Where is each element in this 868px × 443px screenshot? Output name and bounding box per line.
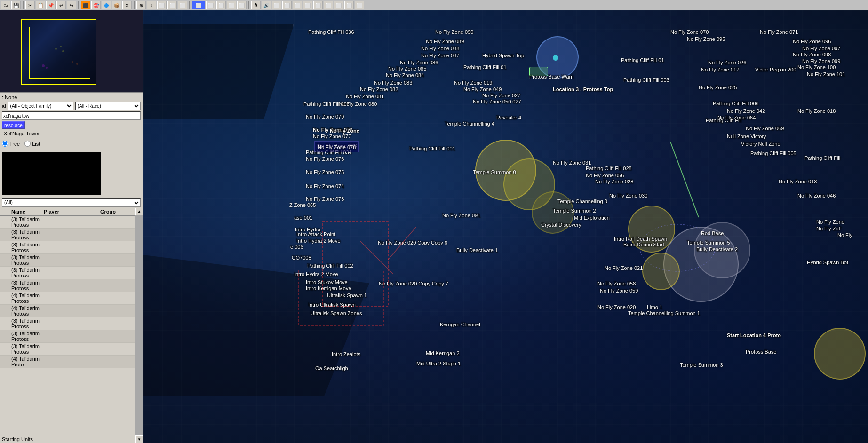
- cell-player: [44, 280, 100, 291]
- left-panel: : None id (All - Object Family) (All - R…: [0, 10, 143, 443]
- toolbar-sep-4: [189, 1, 190, 9]
- toolbar-btn-undo[interactable]: ↩: [56, 1, 66, 9]
- cell-player: [44, 343, 100, 355]
- toolbar-btn-24[interactable]: ⬜: [324, 1, 333, 9]
- race-select[interactable]: (All - Race): [75, 102, 141, 110]
- cell-group: [100, 254, 133, 266]
- minimap-canvas: [21, 19, 96, 85]
- unit-dot-1: [553, 55, 558, 61]
- cell-group: [100, 242, 133, 253]
- cell-name: (3) Tal'darim Protoss: [11, 242, 44, 253]
- table-row[interactable]: (3) Tal'darim Protoss: [0, 317, 135, 330]
- toolbar-btn-12[interactable]: ⬜: [178, 1, 187, 9]
- cell-id: [2, 343, 11, 355]
- toolbar-btn-4[interactable]: 🎯: [91, 1, 101, 9]
- table-row[interactable]: (3) Tal'darim Protoss: [0, 267, 135, 279]
- toolbar-btn-A[interactable]: A: [251, 1, 261, 9]
- toolbar-btn-8[interactable]: ⊕: [136, 1, 146, 9]
- toolbar-sep-3: [134, 1, 135, 9]
- toolbar-btn-cut[interactable]: ✂: [25, 1, 35, 9]
- cell-id: [2, 280, 11, 291]
- col-header-group: Group: [100, 209, 133, 214]
- table-row[interactable]: (3) Tal'darim Protoss: [0, 229, 135, 241]
- cell-player: [44, 331, 100, 342]
- toolbar-sep-2: [78, 1, 79, 9]
- id-label: id: [2, 103, 6, 109]
- toolbar-btn-paste[interactable]: 📌: [46, 1, 56, 9]
- toolbar-btn-20[interactable]: ⬜: [282, 1, 292, 9]
- radio-list-input[interactable]: [24, 141, 31, 147]
- table-row[interactable]: (4) Tal'darim Protoss: [0, 305, 135, 317]
- toolbar-btn-3[interactable]: ⬛: [81, 1, 90, 9]
- table-row[interactable]: (3) Tal'darim Protoss: [0, 279, 135, 292]
- radio-tree[interactable]: Tree: [2, 141, 20, 147]
- scroll-track[interactable]: [135, 215, 143, 436]
- cell-player: [44, 242, 100, 253]
- scroll-down-btn[interactable]: ▼: [135, 435, 143, 443]
- left-scrollbar[interactable]: ▲ ▼: [135, 208, 143, 443]
- table-area: Name Player Group (3) Tal'darim Protoss …: [0, 208, 135, 443]
- toolbar-btn-22[interactable]: ⬜: [303, 1, 312, 9]
- cell-name: (3) Tal'darim Protoss: [11, 267, 44, 278]
- toolbar-btn-5[interactable]: 🔷: [102, 1, 111, 9]
- toolbar-btn-15[interactable]: ⬜: [216, 1, 226, 9]
- table-row[interactable]: (3) Tal'darim Protoss: [0, 254, 135, 267]
- toolbar-btn-redo[interactable]: ↪: [67, 1, 76, 9]
- table-row[interactable]: (3) Tal'darim Protoss: [0, 343, 135, 356]
- cell-player: [44, 293, 100, 304]
- controls-area: : None id (All - Object Family) (All - R…: [0, 93, 143, 139]
- cell-group: [100, 343, 133, 355]
- cell-group: [100, 356, 133, 367]
- toolbar-btn-18[interactable]: 🔊: [262, 1, 271, 9]
- toolbar-btn-21[interactable]: ⬜: [293, 1, 302, 9]
- table-row[interactable]: (3) Tal'darim Protoss: [0, 216, 135, 229]
- toolbar-btn-25[interactable]: ⬜: [334, 1, 343, 9]
- cell-group: [100, 318, 133, 329]
- toolbar-btn-7[interactable]: ✕: [122, 1, 132, 9]
- cell-id: [2, 305, 11, 316]
- tree-item-xelnaga[interactable]: Xel'Naga Tower: [2, 130, 141, 137]
- toolbar-btn-26[interactable]: ⬜: [344, 1, 354, 9]
- toolbar-btn-17[interactable]: ⬜: [237, 1, 247, 9]
- toolbar-btn-13[interactable]: ⬜: [192, 1, 205, 9]
- toolbar-btn-9[interactable]: ↕: [147, 1, 156, 9]
- toolbar-btn-2[interactable]: 💾: [11, 1, 21, 9]
- cell-name: (4) Tal'darim Protoss: [11, 293, 44, 304]
- cell-id: [2, 318, 11, 329]
- resource-button[interactable]: resource: [2, 121, 25, 129]
- toolbar-btn-16[interactable]: ⬜: [227, 1, 236, 9]
- toolbar-btn-1[interactable]: 🗂: [1, 1, 10, 9]
- table-row[interactable]: (3) Tal'darim Protoss: [0, 241, 135, 254]
- cell-group: [100, 267, 133, 278]
- radio-tree-input[interactable]: [2, 141, 8, 147]
- toolbar-btn-11[interactable]: ⬜: [167, 1, 177, 9]
- minimap-container: [0, 10, 143, 93]
- cell-group: [100, 293, 133, 304]
- cell-name: (3) Tal'darim Protoss: [11, 318, 44, 329]
- cell-player: [44, 216, 100, 228]
- cell-player: [44, 267, 100, 278]
- table-row[interactable]: (3) Tal'darim Protoss: [0, 330, 135, 343]
- control-row-search: [2, 111, 141, 120]
- radio-list[interactable]: List: [24, 141, 40, 147]
- toolbar-btn-14[interactable]: ⬜: [206, 1, 215, 9]
- table-row[interactable]: (4) Tal'darim Protoss: [0, 292, 135, 305]
- toolbar-btn-copy[interactable]: 📋: [36, 1, 45, 9]
- toolbar-btn-6[interactable]: 📦: [112, 1, 121, 9]
- cell-player: [44, 356, 100, 367]
- toolbar-btn-23[interactable]: ⬜: [313, 1, 323, 9]
- bottom-select[interactable]: (All): [2, 198, 141, 207]
- toolbar: 🗂 💾 ✂ 📋 📌 ↩ ↪ ⬛ 🎯 🔷 📦 ✕ ⊕ ↕ ⬜ ⬜ ⬜ ⬜ ⬜ ⬜ …: [0, 0, 868, 10]
- search-input[interactable]: [2, 111, 141, 120]
- main-area: : None id (All - Object Family) (All - R…: [0, 10, 868, 443]
- table-wrapper: Name Player Group (3) Tal'darim Protoss …: [0, 208, 143, 443]
- toolbar-btn-27[interactable]: ⬜: [355, 1, 364, 9]
- minimap-overlay: [22, 20, 96, 84]
- table-row[interactable]: (4) Tal'darim Proto: [0, 356, 135, 368]
- object-family-select[interactable]: (All - Object Family): [8, 102, 73, 110]
- scroll-up-btn[interactable]: ▲: [135, 208, 143, 215]
- toolbar-btn-10[interactable]: ⬜: [157, 1, 167, 9]
- toolbar-btn-19[interactable]: ⬜: [272, 1, 281, 9]
- cell-player: [44, 318, 100, 329]
- map-area[interactable]: Pathing Cliff Fill 036No Fly Zone 090No …: [143, 10, 868, 443]
